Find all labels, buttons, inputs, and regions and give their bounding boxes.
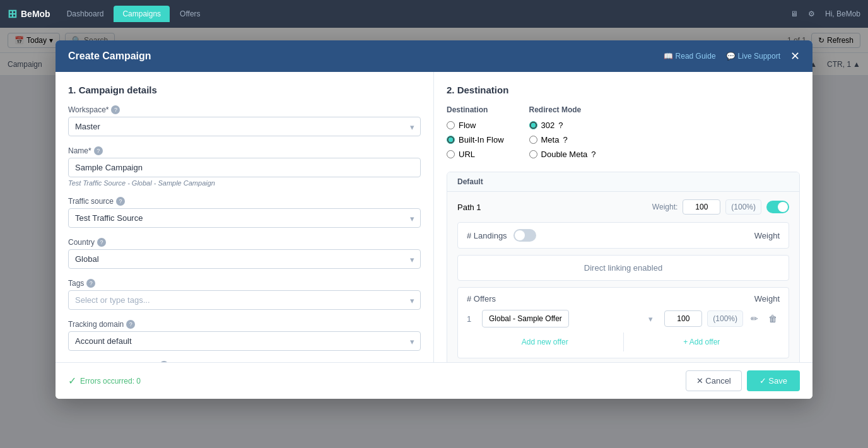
logo-icon: ⊞ [8,7,17,21]
live-support-link[interactable]: 💬 Live Support [726,52,780,61]
monitor-icon[interactable]: 🖥 [790,9,798,18]
logo: ⊞ BeMob [8,7,50,21]
modal-overlay: Create Campaign 📖 Read Guide 💬 Live Supp… [0,28,868,76]
tab-offers[interactable]: Offers [171,6,209,22]
modal-header: Create Campaign 📖 Read Guide 💬 Live Supp… [56,40,812,72]
create-campaign-modal: Create Campaign 📖 Read Guide 💬 Live Supp… [56,40,812,76]
left-panel: 1. Campaign details Workspace* ? Master [56,72,434,76]
top-nav: ⊞ BeMob Dashboard Campaigns Offers 🖥 ⚙ H… [0,0,868,28]
user-icon: Hi, BeMob [825,9,860,18]
tab-dashboard[interactable]: Dashboard [58,6,113,22]
read-guide-link[interactable]: 📖 Read Guide [664,52,716,61]
top-tabs: Dashboard Campaigns Offers [58,6,209,22]
modal-body: 1. Campaign details Workspace* ? Master [56,72,812,76]
right-panel: 2. Destination Destination Flow Bu [434,72,812,76]
tab-campaigns[interactable]: Campaigns [114,6,170,22]
header-actions: 📖 Read Guide 💬 Live Support ✕ [664,49,800,63]
close-button[interactable]: ✕ [790,49,800,63]
modal-title: Create Campaign [68,50,151,62]
logo-text: BeMob [21,9,50,19]
gear-icon[interactable]: ⚙ [808,9,815,18]
top-nav-right: 🖥 ⚙ Hi, BeMob [790,9,860,18]
